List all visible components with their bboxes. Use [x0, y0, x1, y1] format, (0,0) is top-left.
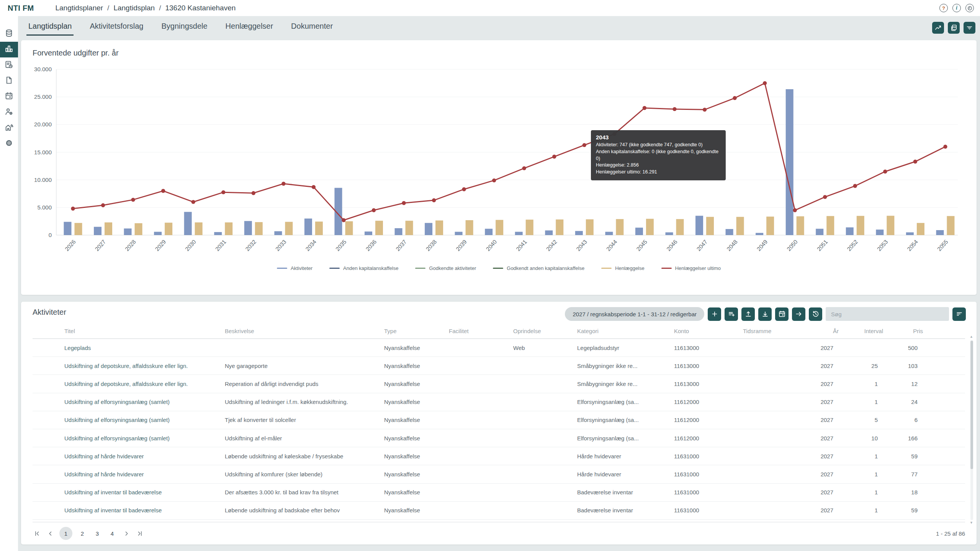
svg-text:2055: 2055	[936, 239, 949, 252]
cell-type: Nyanskaffelse	[384, 471, 449, 477]
breadcrumb-item[interactable]: Langtidsplaner	[55, 4, 103, 12]
cell-titel[interactable]: Udskiftning af elforsyningsanlæg (samlet…	[64, 417, 225, 423]
add-to-list-button[interactable]	[725, 307, 738, 321]
tab-dokumenter[interactable]: Dokumenter	[289, 21, 335, 36]
cell-titel[interactable]: Udskiftning af elforsyningsanlæg (samlet…	[64, 399, 225, 405]
cell-år: 2027	[804, 345, 839, 351]
table-row[interactable]: Udskiftning af inventar til badeværelseD…	[33, 484, 965, 502]
page-button-1[interactable]: 1	[59, 527, 72, 540]
add-button[interactable]	[708, 307, 721, 321]
cell-kategori: Elforsyningsanlæg (sa...	[577, 435, 674, 441]
column-header-interval[interactable]: Interval	[839, 328, 883, 334]
svg-text:10.000: 10.000	[34, 177, 52, 183]
tab-langtidsplan[interactable]: Langtidsplan	[26, 21, 74, 36]
table-row[interactable]: LegepladsNyanskaffelseWebLegepladsudstyr…	[33, 339, 965, 357]
column-header-år[interactable]: År	[804, 328, 839, 334]
trend-button[interactable]	[932, 22, 944, 34]
upload-button[interactable]	[741, 307, 755, 321]
cell-år: 2027	[804, 381, 839, 387]
next-page-button[interactable]	[122, 529, 131, 538]
column-header-facilitet[interactable]: Facilitet	[449, 328, 513, 334]
column-header-type[interactable]: Type	[384, 328, 449, 334]
table-row[interactable]: Udskiftning af hårde hvidevarerUdskiftni…	[33, 465, 965, 483]
app-logo[interactable]: NTI FM	[8, 4, 34, 13]
legend-label: Godkendt anden kapitalanskaffelse	[507, 265, 584, 271]
table-row[interactable]: Udskiftning af depotskure, affaldsskure …	[33, 357, 965, 375]
cell-titel[interactable]: Udskiftning af hårde hvidevarer	[64, 453, 225, 459]
move-right-button[interactable]	[792, 307, 805, 321]
table-scrollbar[interactable]	[970, 340, 973, 520]
tooltip-year: 2043	[596, 134, 721, 141]
table-row[interactable]: Udskiftning af hårde hvidevarerLøbende u…	[33, 447, 965, 465]
svg-text:5.000: 5.000	[37, 204, 52, 211]
calendar-button[interactable]	[775, 307, 789, 321]
cell-titel[interactable]: Udskiftning af depotskure, affaldsskure …	[64, 363, 225, 369]
legend-label: Henlæggelse	[615, 265, 645, 271]
cell-titel[interactable]: Legeplads	[64, 345, 225, 351]
table-row[interactable]: Udskiftning af elforsyningsanlæg (samlet…	[33, 411, 965, 429]
column-header-oprindelse[interactable]: Oprindelse	[513, 328, 577, 334]
table-row[interactable]: Udskiftning af inventar til badeværelseL…	[33, 502, 965, 520]
sidebar-item-user-settings[interactable]	[0, 105, 18, 120]
history-button[interactable]	[809, 307, 822, 321]
sort-button[interactable]	[952, 307, 966, 321]
table-row[interactable]: Udskiftning af elforsyningsanlæg (samlet…	[33, 393, 965, 411]
sidebar-item-building-signal[interactable]	[0, 120, 18, 136]
first-page-button[interactable]	[33, 529, 41, 538]
scroll-down-icon[interactable]: ▼	[970, 521, 973, 525]
chart-legend: AktiviteterAnden kapitalanskaffelseGodke…	[21, 265, 977, 271]
sidebar-item-report-clock[interactable]	[0, 57, 18, 73]
sidebar-item-calendar[interactable]	[0, 89, 18, 105]
scroll-up-icon[interactable]: ▲	[970, 335, 973, 338]
svg-text:2035: 2035	[334, 239, 348, 252]
cell-titel[interactable]: Udskiftning af hårde hvidevarer	[64, 471, 225, 477]
page-button-3[interactable]: 3	[92, 527, 102, 540]
svg-text:2043: 2043	[575, 239, 588, 252]
column-header-tidsramme[interactable]: Tidsramme	[743, 328, 804, 334]
column-header-titel[interactable]: Titel	[64, 328, 225, 334]
svg-text:2048: 2048	[725, 239, 739, 252]
report-clock-icon	[5, 60, 13, 70]
search-input[interactable]	[826, 307, 949, 321]
accounting-period-chip[interactable]: 2027 / regnskabsperiode 1-1 - 31-12 / re…	[565, 307, 704, 321]
column-header-kategori[interactable]: Kategori	[577, 328, 674, 334]
sidebar-item-settings[interactable]	[0, 136, 18, 152]
svg-text:15.000: 15.000	[34, 149, 52, 155]
download-button[interactable]	[758, 307, 772, 321]
cell-oprindelse: Web	[513, 345, 577, 351]
legend-item: Henlæggelse	[601, 265, 645, 271]
cell-titel[interactable]: Udskiftning af inventar til badeværelse	[64, 489, 225, 495]
sidebar-item-document[interactable]	[0, 73, 18, 89]
svg-text:20.000: 20.000	[34, 121, 52, 128]
cell-titel[interactable]: Udskiftning af depotskure, affaldsskure …	[64, 381, 225, 387]
tab-aktivitetsforslag[interactable]: Aktivitetsforslag	[88, 21, 145, 36]
tab-bar: LangtidsplanAktivitetsforslagBygningsdel…	[18, 16, 980, 40]
breadcrumb-item[interactable]: Langtidsplan	[113, 4, 155, 12]
breadcrumb: Langtidsplaner/Langtidsplan/13620 Kastan…	[55, 4, 236, 12]
tab-henlæggelser[interactable]: Henlæggelser	[224, 21, 275, 36]
filter-button[interactable]	[964, 22, 975, 34]
cell-titel[interactable]: Udskiftning af inventar til badeværelse	[64, 507, 225, 513]
legend-swatch	[277, 268, 287, 269]
cell-type: Nyanskaffelse	[384, 489, 449, 495]
table-row[interactable]: Udskiftning af elforsyningsanlæg (samlet…	[33, 429, 965, 447]
help-icon[interactable]: ?	[939, 4, 948, 12]
clock-icon[interactable]	[965, 4, 974, 12]
previous-page-button[interactable]	[46, 529, 54, 538]
column-header-beskrivelse[interactable]: Beskrivelse	[225, 328, 384, 334]
cell-titel[interactable]: Udskiftning af elforsyningsanlæg (samlet…	[64, 435, 225, 441]
last-page-button[interactable]	[136, 529, 144, 538]
tab-bygningsdele[interactable]: Bygningsdele	[160, 21, 209, 36]
svg-text:2051: 2051	[816, 239, 829, 252]
info-icon[interactable]: i	[952, 4, 961, 12]
page-button-2[interactable]: 2	[77, 527, 87, 540]
column-header-pris[interactable]: Pris	[883, 328, 923, 334]
scrollbar-thumb[interactable]	[970, 341, 973, 469]
breadcrumb-item[interactable]: 13620 Kastaniehaven	[165, 4, 236, 12]
pdf-button[interactable]: PDF	[948, 22, 960, 34]
table-row[interactable]: Udskiftning af depotskure, affaldsskure …	[33, 375, 965, 393]
sidebar-item-database[interactable]	[0, 26, 18, 42]
page-button-4[interactable]: 4	[107, 527, 117, 540]
column-header-konto[interactable]: Konto	[674, 328, 743, 334]
sidebar-item-bar-chart[interactable]	[0, 42, 18, 57]
